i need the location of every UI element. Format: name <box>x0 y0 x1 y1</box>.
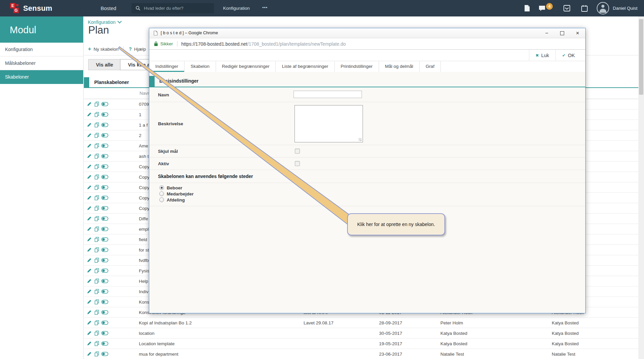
table-row[interactable]: location 30-05-2017 Katya Bosted Katya B… <box>84 328 638 339</box>
edit-icon[interactable] <box>87 102 92 106</box>
copy-icon[interactable] <box>94 122 99 128</box>
toggle-icon[interactable] <box>101 269 108 273</box>
toggle-icon[interactable] <box>101 279 108 283</box>
table-row[interactable]: mua for department 23-06-2017 Natalie Te… <box>84 349 638 359</box>
edit-icon[interactable] <box>87 123 92 127</box>
copy-icon[interactable] <box>94 278 99 284</box>
popup-tab[interactable]: Graf <box>420 61 441 72</box>
active-checkbox[interactable] <box>295 161 300 166</box>
edit-icon[interactable] <box>87 248 92 252</box>
inbox-icon[interactable] <box>564 5 570 13</box>
toggle-icon[interactable] <box>101 331 108 335</box>
copy-icon[interactable] <box>94 310 99 315</box>
popup-tab[interactable]: Redigér begrænsninger <box>216 61 276 72</box>
copy-icon[interactable] <box>94 268 99 273</box>
toggle-icon[interactable] <box>101 310 108 315</box>
new-template-button[interactable]: + Ny skabelon <box>88 46 118 52</box>
copy-icon[interactable] <box>94 320 99 325</box>
edit-icon[interactable] <box>87 279 92 283</box>
edit-icon[interactable] <box>87 216 92 221</box>
copy-icon[interactable] <box>94 216 99 221</box>
popup-tab[interactable]: Mål og delmål <box>379 61 420 72</box>
toggle-icon[interactable] <box>101 144 108 148</box>
copy-icon[interactable] <box>94 226 99 232</box>
edit-icon[interactable] <box>87 300 92 304</box>
copy-icon[interactable] <box>94 112 99 117</box>
edit-icon[interactable] <box>87 320 92 325</box>
toggle-icon[interactable] <box>101 175 108 179</box>
popup-tab[interactable]: Liste af begrænsninger <box>276 61 334 72</box>
notification-badge[interactable]: 4 <box>546 3 553 10</box>
toggle-icon[interactable] <box>101 206 108 211</box>
copy-icon[interactable] <box>94 101 99 107</box>
filter-tab[interactable]: Vis alle <box>89 59 120 70</box>
search-input[interactable] <box>141 6 214 11</box>
global-search[interactable] <box>131 3 214 13</box>
copy-icon[interactable] <box>94 289 99 294</box>
edit-icon[interactable] <box>87 185 92 190</box>
popup-titlebar[interactable]: [ b o s t e d ] – Google Chrome − × <box>149 28 585 38</box>
toggle-icon[interactable] <box>101 227 108 231</box>
copy-icon[interactable] <box>94 164 99 169</box>
copy-icon[interactable] <box>94 237 99 242</box>
sidebar-item[interactable]: Skabeloner <box>0 70 83 84</box>
toggle-icon[interactable] <box>101 300 108 304</box>
document-icon[interactable] <box>524 5 530 13</box>
usage-option[interactable]: Afdeling <box>149 197 585 203</box>
edit-icon[interactable] <box>87 258 92 263</box>
copy-icon[interactable] <box>94 351 99 357</box>
description-textarea[interactable] <box>294 105 363 142</box>
radio-icon[interactable] <box>159 191 164 196</box>
header-more-menu[interactable]: ••• <box>262 0 268 16</box>
edit-icon[interactable] <box>87 237 92 242</box>
toggle-icon[interactable] <box>101 113 108 117</box>
edit-icon[interactable] <box>87 331 92 335</box>
ok-button[interactable]: ✔ OK <box>555 50 581 61</box>
chat-icon[interactable] <box>538 5 546 13</box>
edit-icon[interactable] <box>87 341 92 346</box>
scrollbar-thumb[interactable] <box>639 19 643 95</box>
table-row[interactable]: Location template 19-05-2017 Katya Boste… <box>84 339 638 349</box>
toggle-icon[interactable] <box>101 165 108 169</box>
header-menu-konfiguration[interactable]: Konfiguration <box>223 0 250 16</box>
sidebar-item[interactable]: Konfiguration <box>0 43 83 56</box>
luk-button[interactable]: ✖ Luk <box>529 50 555 61</box>
hide-goals-checkbox[interactable] <box>295 149 300 154</box>
table-row[interactable]: Kopi af Indsatsplan Bo 1.2 Lavet 29.08.1… <box>84 318 638 328</box>
radio-icon[interactable] <box>159 185 164 190</box>
popup-tab[interactable]: Indstillinger <box>149 61 184 72</box>
edit-icon[interactable] <box>87 112 92 117</box>
edit-icon[interactable] <box>87 143 92 148</box>
copy-icon[interactable] <box>94 143 99 148</box>
column-navn[interactable]: Navn <box>140 88 150 99</box>
toggle-icon[interactable] <box>101 123 108 127</box>
toggle-icon[interactable] <box>101 248 108 252</box>
copy-icon[interactable] <box>94 174 99 180</box>
copy-icon[interactable] <box>94 185 99 190</box>
user-name[interactable]: Daniel Quist <box>613 0 638 16</box>
copy-icon[interactable] <box>94 133 99 138</box>
calendar-icon[interactable] <box>581 5 588 13</box>
copy-icon[interactable] <box>94 247 99 253</box>
sidebar-item[interactable]: Målskabeloner <box>0 56 83 70</box>
usage-option[interactable]: Beboer <box>149 185 585 191</box>
toggle-icon[interactable] <box>101 154 108 159</box>
toggle-icon[interactable] <box>101 237 108 242</box>
copy-icon[interactable] <box>94 258 99 263</box>
edit-icon[interactable] <box>87 154 92 159</box>
close-window-button[interactable]: × <box>570 28 585 38</box>
maximize-button[interactable] <box>554 28 570 38</box>
edit-icon[interactable] <box>87 310 92 315</box>
copy-icon[interactable] <box>94 299 99 305</box>
toggle-icon[interactable] <box>101 289 108 294</box>
edit-icon[interactable] <box>87 133 92 138</box>
edit-icon[interactable] <box>87 164 92 169</box>
edit-icon[interactable] <box>87 175 92 179</box>
toggle-icon[interactable] <box>101 321 108 325</box>
edit-icon[interactable] <box>87 352 92 356</box>
home-logo[interactable]: E G Sensum <box>10 3 52 14</box>
toggle-icon[interactable] <box>101 352 108 356</box>
name-input[interactable] <box>293 91 362 98</box>
edit-icon[interactable] <box>87 206 92 211</box>
toggle-icon[interactable] <box>101 196 108 200</box>
